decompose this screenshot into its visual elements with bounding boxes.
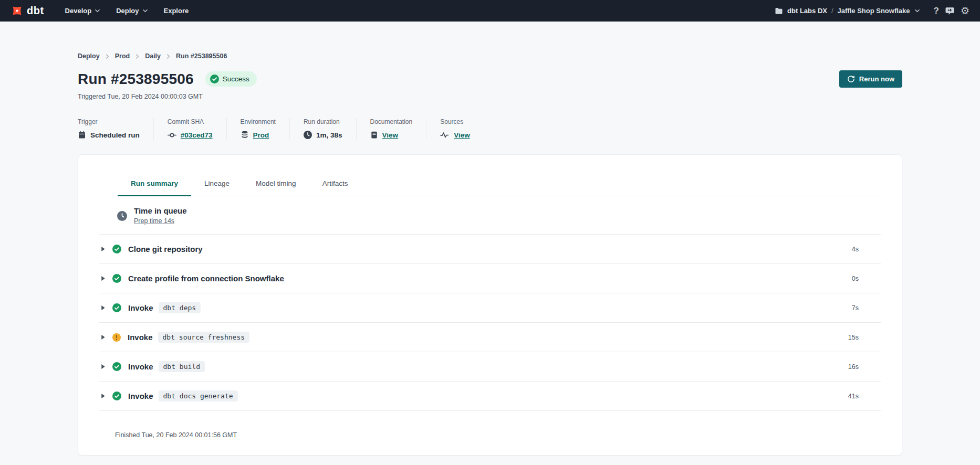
caret-right-icon[interactable]: [100, 393, 107, 399]
chevron-down-icon: [914, 8, 920, 14]
run-step-row[interactable]: Invoke dbt build 16s: [99, 352, 881, 382]
pulse-icon: [440, 131, 450, 139]
git-commit-icon: [168, 131, 176, 140]
nav-menu-label: Explore: [164, 7, 189, 15]
metadata-label: Sources: [440, 118, 470, 125]
step-duration: 7s: [852, 304, 881, 312]
metadata-value: 1m, 38s: [316, 131, 342, 139]
database-icon: [241, 131, 249, 139]
settings-icon[interactable]: ⚙: [961, 6, 969, 16]
success-icon: [210, 75, 219, 83]
chevron-down-icon: [142, 8, 148, 14]
breadcrumb-item: Run #253895506: [176, 52, 227, 60]
run-summary-card: Run summaryLineageModel timingArtifacts …: [78, 154, 902, 456]
run-step-row[interactable]: Clone git repository 4s: [99, 235, 881, 264]
metadata-label: Run duration: [304, 118, 342, 125]
time-in-queue-row: Time in queue Prep time 14s: [99, 196, 881, 235]
step-command-chip: dbt deps: [159, 302, 201, 313]
caret-right-icon[interactable]: [100, 334, 107, 340]
run-step-row[interactable]: Invoke dbt source freshness 15s: [99, 323, 881, 352]
step-name: Invoke: [128, 333, 153, 342]
success-icon: [112, 274, 121, 283]
step-command-chip: dbt build: [159, 361, 205, 372]
run-step-row[interactable]: Invoke dbt deps 7s: [99, 293, 881, 323]
metadata-label: Documentation: [370, 118, 413, 125]
refresh-icon: [847, 75, 855, 83]
rerun-now-button[interactable]: Rerun now: [839, 70, 902, 88]
run-metadata: Trigger Scheduled run Commit SHA #03ced7…: [78, 118, 902, 140]
breadcrumb-item[interactable]: Deploy: [78, 52, 100, 60]
chevron-right-icon: [135, 54, 140, 59]
metadata-label: Environment: [241, 118, 276, 125]
top-navbar: dbt DevelopDeployExplore dbt Labs DX / J…: [0, 0, 980, 22]
step-name: Create profile from connection Snowflake: [128, 274, 284, 283]
warning-icon: [112, 333, 121, 342]
step-name: Invoke: [128, 362, 153, 371]
triggered-timestamp: Triggered Tue, 20 Feb 2024 00:00:03 GMT: [78, 93, 902, 100]
metadata-item: Run duration 1m, 38s: [289, 118, 356, 140]
tab-run-summary[interactable]: Run summary: [118, 172, 191, 196]
calendar-icon: [78, 131, 86, 139]
success-icon: [112, 392, 121, 400]
queue-title: Time in queue: [134, 206, 187, 215]
metadata-link[interactable]: Prod: [253, 131, 269, 139]
step-duration: 4s: [852, 246, 881, 253]
metadata-item: Sources View: [426, 118, 484, 140]
nav-menu-develop[interactable]: Develop: [65, 7, 101, 15]
tab-artifacts[interactable]: Artifacts: [309, 172, 361, 196]
caret-right-icon[interactable]: [100, 364, 107, 369]
run-detail-page: DeployProdDailyRun #253895506 Run #25389…: [78, 22, 902, 456]
feedback-icon[interactable]: [945, 6, 954, 15]
success-icon: [112, 362, 121, 371]
project-name: Jaffle Shop Snowflake: [838, 7, 910, 15]
step-name: Invoke: [128, 303, 153, 312]
metadata-item: Documentation View: [356, 118, 426, 140]
metadata-item: Commit SHA #03ced73: [153, 118, 226, 140]
account-separator: /: [831, 7, 833, 15]
metadata-label: Trigger: [78, 118, 140, 125]
clock-icon: [304, 131, 312, 139]
caret-right-icon[interactable]: [100, 305, 107, 311]
metadata-label: Commit SHA: [168, 118, 213, 125]
success-icon: [112, 303, 121, 312]
rerun-now-label: Rerun now: [859, 75, 894, 83]
chevron-down-icon: [95, 8, 100, 14]
caret-right-icon[interactable]: [100, 276, 107, 281]
tab-model-timing[interactable]: Model timing: [243, 172, 309, 196]
dbt-logo-icon: [11, 4, 24, 17]
nav-menu-deploy[interactable]: Deploy: [116, 7, 148, 15]
tab-lineage[interactable]: Lineage: [191, 172, 243, 196]
run-step-row[interactable]: Create profile from connection Snowflake…: [99, 264, 881, 293]
account-name: dbt Labs DX: [787, 7, 827, 15]
account-project-picker[interactable]: dbt Labs DX / Jaffle Shop Snowflake: [775, 7, 920, 15]
metadata-link[interactable]: View: [382, 131, 399, 139]
main-nav: DevelopDeployExplore: [65, 7, 189, 15]
run-step-row[interactable]: Invoke dbt docs generate 41s: [99, 382, 881, 411]
book-icon: [370, 131, 378, 139]
run-steps-list: Clone git repository 4s Create profile f…: [99, 235, 881, 411]
breadcrumb-item[interactable]: Daily: [145, 52, 161, 60]
success-icon: [112, 245, 121, 253]
caret-right-icon[interactable]: [100, 246, 107, 252]
metadata-link[interactable]: View: [454, 131, 470, 139]
run-tabs: Run summaryLineageModel timingArtifacts: [118, 172, 881, 196]
prep-time-link[interactable]: Prep time 14s: [134, 217, 174, 225]
step-command-chip: dbt docs generate: [159, 390, 238, 401]
step-name: Invoke: [128, 392, 153, 400]
dbt-logo[interactable]: dbt: [11, 4, 44, 17]
nav-menu-explore[interactable]: Explore: [164, 7, 189, 15]
step-duration: 0s: [852, 275, 881, 282]
status-label: Success: [223, 75, 249, 83]
chevron-right-icon: [105, 54, 110, 59]
nav-menu-label: Deploy: [116, 7, 139, 15]
status-badge: Success: [205, 71, 257, 87]
step-command-chip: dbt source freshness: [158, 332, 250, 343]
breadcrumb-item[interactable]: Prod: [115, 52, 130, 60]
metadata-link[interactable]: #03ced73: [181, 131, 213, 139]
help-icon[interactable]: ?: [934, 6, 939, 16]
metadata-item: Environment Prod: [226, 118, 289, 140]
nav-menu-label: Develop: [65, 7, 92, 15]
breadcrumb: DeployProdDailyRun #253895506: [78, 52, 902, 60]
page-title: Run #253895506: [78, 71, 194, 88]
clock-icon: [117, 211, 127, 221]
